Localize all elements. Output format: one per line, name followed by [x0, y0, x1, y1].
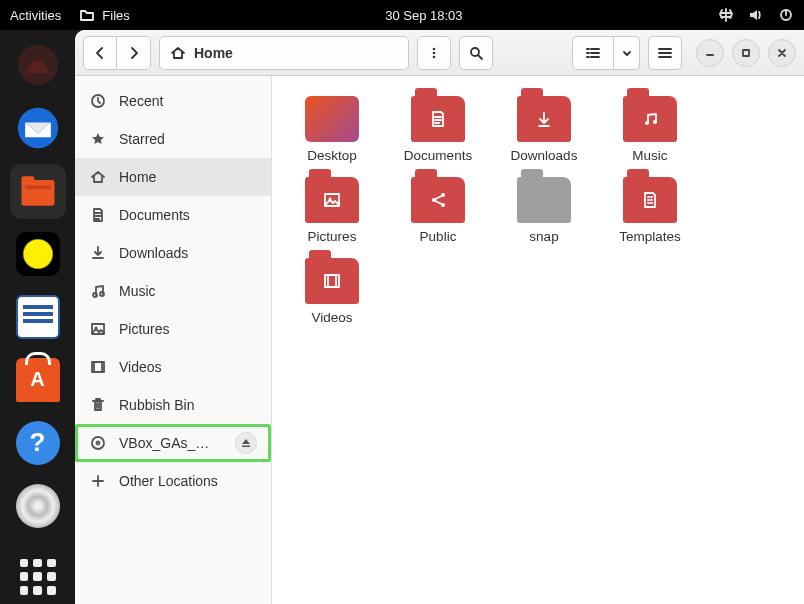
eject-button[interactable] — [235, 432, 257, 454]
activities-button[interactable]: Activities — [10, 8, 61, 23]
file-item-snap[interactable]: snap — [494, 173, 594, 248]
file-item-music[interactable]: Music — [600, 92, 700, 167]
file-label: Videos — [286, 310, 378, 325]
dock-item-libreoffice-writer[interactable] — [10, 290, 66, 345]
svg-point-6 — [433, 47, 436, 50]
clock[interactable]: 30 Sep 18:03 — [385, 8, 462, 23]
svg-point-12 — [93, 293, 97, 297]
file-item-documents[interactable]: Documents — [388, 92, 488, 167]
dock-item-rhythmbox[interactable] — [10, 227, 66, 282]
location-options-button[interactable] — [417, 36, 451, 70]
folder-icon — [411, 177, 465, 223]
sidebar-item-trash[interactable]: Rubbish Bin — [75, 386, 271, 424]
dock-item-disc[interactable] — [10, 478, 66, 533]
dock-item-files[interactable] — [10, 164, 66, 219]
sidebar-item-videos[interactable]: Videos — [75, 348, 271, 386]
app-menu[interactable]: Files — [79, 7, 129, 23]
svg-rect-22 — [325, 194, 339, 206]
desktop-icon — [305, 96, 359, 142]
sidebar-item-label: Rubbish Bin — [119, 397, 195, 413]
file-label: Documents — [392, 148, 484, 163]
sidebar-item-label: Home — [119, 169, 156, 185]
hamburger-menu-button[interactable] — [648, 36, 682, 70]
videos-icon — [89, 359, 107, 375]
sidebar-item-label: Other Locations — [119, 473, 218, 489]
sidebar-item-home[interactable]: Home — [75, 158, 271, 196]
volume-icon[interactable] — [748, 7, 764, 23]
file-item-templates[interactable]: Templates — [600, 173, 700, 248]
file-label: Public — [392, 229, 484, 244]
sidebar-item-pictures[interactable]: Pictures — [75, 310, 271, 348]
view-options-button[interactable] — [614, 36, 640, 70]
sidebar-item-label: Music — [119, 283, 156, 299]
sidebar-item-music[interactable]: Music — [75, 272, 271, 310]
svg-rect-4 — [21, 177, 34, 184]
folder-icon — [305, 177, 359, 223]
network-icon[interactable] — [718, 7, 734, 23]
folder-icon — [305, 258, 359, 304]
sidebar-item-starred[interactable]: Starred — [75, 120, 271, 158]
file-label: Music — [604, 148, 696, 163]
svg-rect-14 — [92, 324, 104, 334]
file-item-public[interactable]: Public — [388, 173, 488, 248]
view-list-button[interactable] — [572, 36, 614, 70]
sidebar-item-documents[interactable]: Documents — [75, 196, 271, 234]
file-label: snap — [498, 229, 590, 244]
close-button[interactable] — [768, 39, 796, 67]
sidebar-item-recent[interactable]: Recent — [75, 82, 271, 120]
file-label: Pictures — [286, 229, 378, 244]
disc-icon — [89, 435, 107, 451]
file-item-downloads[interactable]: Downloads — [494, 92, 594, 167]
sidebar-item-disc[interactable]: VBox_GAs_6.… — [75, 424, 271, 462]
app-menu-label: Files — [102, 8, 129, 23]
file-label: Desktop — [286, 148, 378, 163]
dock-item-thunderbird[interactable] — [10, 101, 66, 156]
content-area: Desktop Documents Downloads Music Pictur… — [272, 76, 804, 604]
file-item-videos[interactable]: Videos — [282, 254, 382, 329]
sidebar-item-label: Pictures — [119, 321, 170, 337]
folder-icon — [517, 96, 571, 142]
dock-item-show-applications[interactable] — [10, 549, 66, 604]
power-icon[interactable] — [778, 7, 794, 23]
home-icon — [170, 45, 186, 61]
svg-point-13 — [100, 292, 104, 296]
minimize-button[interactable] — [696, 39, 724, 67]
download-icon — [89, 245, 107, 261]
folder-icon — [623, 177, 677, 223]
svg-rect-3 — [21, 180, 54, 206]
dock: ? — [0, 30, 75, 604]
svg-rect-5 — [25, 186, 51, 190]
star-icon — [89, 131, 107, 147]
sidebar-item-label: Documents — [119, 207, 190, 223]
svg-point-7 — [433, 51, 436, 54]
sidebar-item-downloads[interactable]: Downloads — [75, 234, 271, 272]
dock-item-places[interactable] — [10, 38, 66, 93]
header-bar: Home — [75, 30, 804, 76]
clock-icon — [89, 93, 107, 109]
file-item-desktop[interactable]: Desktop — [282, 92, 382, 167]
forward-button[interactable] — [117, 36, 151, 70]
svg-rect-19 — [242, 446, 250, 448]
sidebar-item-label: Starred — [119, 131, 165, 147]
svg-point-17 — [92, 437, 104, 449]
gnome-top-bar: Activities Files 30 Sep 18:03 — [0, 0, 804, 30]
sidebar-item-label: VBox_GAs_6.… — [119, 435, 214, 451]
music-icon — [89, 283, 107, 299]
document-icon — [89, 207, 107, 223]
sidebar-item-other-locations[interactable]: Other Locations — [75, 462, 271, 500]
path-bar[interactable]: Home — [159, 36, 409, 70]
path-location: Home — [194, 45, 233, 61]
folder-icon — [411, 96, 465, 142]
dock-item-help[interactable]: ? — [10, 415, 66, 470]
folder-icon — [79, 7, 95, 23]
search-button[interactable] — [459, 36, 493, 70]
folder-icon — [623, 96, 677, 142]
dock-item-software[interactable] — [10, 352, 66, 407]
file-label: Templates — [604, 229, 696, 244]
pictures-icon — [89, 321, 107, 337]
file-item-pictures[interactable]: Pictures — [282, 173, 382, 248]
maximize-button[interactable] — [732, 39, 760, 67]
folder-icon — [517, 177, 571, 223]
sidebar: Recent Starred Home Documents Downloads — [75, 76, 272, 604]
back-button[interactable] — [83, 36, 117, 70]
